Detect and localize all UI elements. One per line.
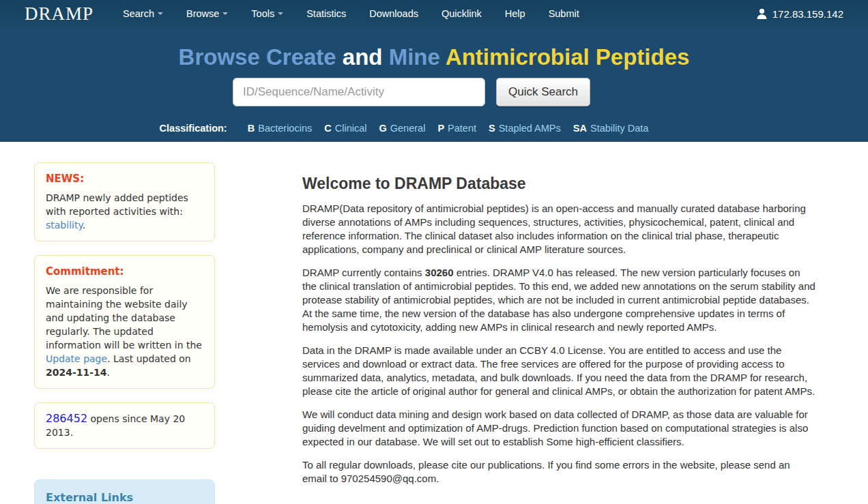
chevron-down-icon [222,12,228,15]
nav-browse-label: Browse [186,8,219,19]
nav-search[interactable]: Search [111,8,175,19]
user-ip: 172.83.159.142 [772,8,843,20]
classification-link-bacteriocins[interactable]: Bacteriocins [258,123,312,134]
entries-text-part: DRAMP currently contains [302,267,425,278]
classification-link-general[interactable]: General [390,123,426,134]
hero-banner: Browse Create and Mine Antimicrobial Pep… [0,27,868,142]
classification-item: PPatent [437,123,479,134]
nav-tools-label: Tools [251,8,274,19]
entries-count: 30260 [425,267,454,278]
classification-link-clinical[interactable]: Clinical [335,123,367,134]
commitment-box: Commitment: We are responsible for maint… [34,255,215,389]
classification-item: SAStability Data [573,123,649,134]
classification-key: C [324,123,331,134]
datamining-paragraph: We will conduct data mining and design w… [302,408,817,449]
user-icon [757,8,767,19]
classification-item: CClinical [324,123,369,134]
classification-link-stability-data[interactable]: Stability Data [590,123,648,134]
news-text-part: . [83,220,85,231]
sidebar: NEWS: DRAMP newly added peptides with re… [34,162,215,504]
dramp-logo[interactable]: DRAMP [25,3,93,25]
classification-item: BBacteriocins [248,123,315,134]
classification-link-patent[interactable]: Patent [448,123,476,134]
nav-browse[interactable]: Browse [175,8,240,19]
update-page-link[interactable]: Update page [46,353,107,364]
commitment-text-part: . Last updated on [107,353,191,364]
nav-downloads[interactable]: Downloads [358,8,430,19]
hero-title-segment: Browse Create [179,44,343,70]
commitment-heading: Commitment: [46,265,203,278]
classification-link-stapled-amps[interactable]: Stapled AMPs [499,123,561,134]
classification-key: S [489,123,495,134]
user-ip-area: 172.83.159.142 [757,8,843,20]
entries-paragraph: DRAMP currently contains 30260 entries. … [302,266,817,334]
commitment-text: We are responsible for maintaining the w… [46,284,203,379]
classification-item: SStapled AMPs [489,123,564,134]
news-text: DRAMP newly added peptides with reported… [46,191,203,232]
nav-statistics[interactable]: Statistics [295,8,358,19]
nav-tools[interactable]: Tools [240,8,295,19]
commitment-text-part: . [107,367,110,378]
last-updated-date: 2024-11-14 [46,367,107,378]
main-article: Welcome to DRAMP Database DRAMP(Data rep… [302,162,817,504]
nav-search-label: Search [123,8,154,19]
classification-bar: Classification: BBacteriocins CClinical … [0,123,838,134]
license-paragraph: Data in the DRAMP is made available unde… [302,344,817,398]
classification-key: B [248,123,255,134]
classification-key: SA [573,123,587,134]
news-text-part: DRAMP newly added peptides with reported… [46,192,188,217]
external-links-heading: External Links [46,491,203,504]
intro-paragraph: DRAMP(Data repository of antimicrobial p… [302,202,817,256]
page-title: Welcome to DRAMP Database [302,175,817,193]
commitment-text-part: We are responsible for maintaining the w… [46,285,202,351]
news-heading: NEWS: [46,172,203,186]
hero-title: Browse Create and Mine Antimicrobial Pep… [0,27,868,70]
quick-search-bar: Quick Search [0,78,845,106]
contact-paragraph: To all regular downloads, please cite ou… [302,458,817,486]
classification-label: Classification: [160,123,227,134]
visit-counter-box: 286452 opens since May 20 2013. [34,402,215,449]
news-box: NEWS: DRAMP newly added peptides with re… [34,162,215,241]
classification-item: GGeneral [379,123,429,134]
hero-title-segment: Mine [383,44,446,70]
quick-search-button[interactable]: Quick Search [496,78,590,106]
page-content: NEWS: DRAMP newly added peptides with re… [0,142,868,504]
top-navbar: DRAMP Search Browse Tools Statistics Dow… [0,0,868,27]
visit-counter-link[interactable]: 286452 [46,412,87,425]
nav-help[interactable]: Help [493,8,537,19]
classification-key: G [379,123,387,134]
hero-title-segment: Antimicrobial Peptides [446,44,690,70]
hero-title-segment: and [343,44,383,70]
search-input[interactable] [233,78,485,106]
nav-quicklink[interactable]: Quicklink [430,8,493,19]
classification-key: P [437,123,444,134]
chevron-down-icon [158,12,163,15]
external-links-box: External Links [34,479,215,504]
chevron-down-icon [278,12,283,15]
stability-link[interactable]: stability [46,220,83,231]
nav-submit[interactable]: Submit [537,8,591,19]
